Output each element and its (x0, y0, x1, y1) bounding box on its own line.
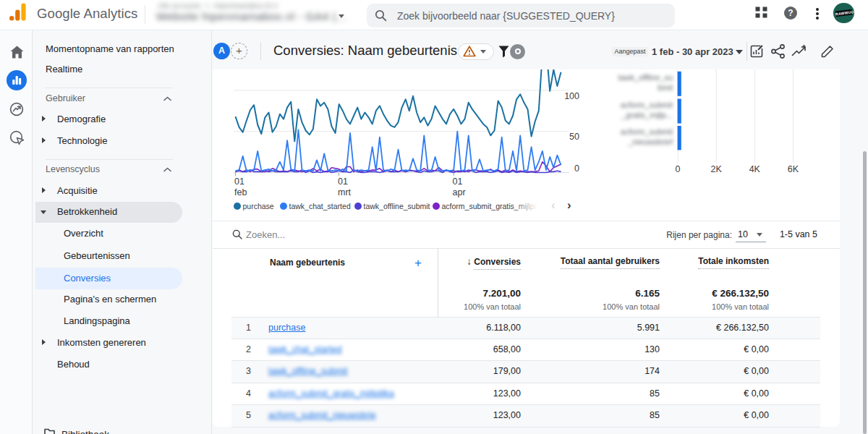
svg-text:0: 0 (574, 163, 579, 174)
svg-text:mrt: mrt (338, 187, 352, 197)
svg-text:feb: feb (234, 187, 247, 197)
svg-text:2K: 2K (711, 164, 723, 174)
svg-text:50: 50 (569, 132, 579, 142)
svg-text:01: 01 (234, 176, 244, 187)
svg-text:0: 0 (676, 164, 681, 174)
svg-text:100: 100 (564, 91, 579, 101)
svg-text:01: 01 (453, 176, 463, 187)
svg-text:6K: 6K (788, 164, 799, 174)
svg-text:apr: apr (453, 187, 466, 197)
svg-text:01: 01 (338, 176, 348, 187)
svg-text:4K: 4K (749, 164, 761, 174)
